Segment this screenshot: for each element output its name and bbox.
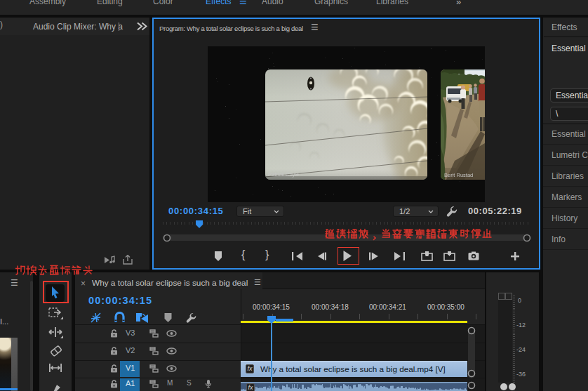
svg-text:Patrick Coyle: Patrick Coyle (268, 171, 299, 178)
svg-text:Berit Rustad: Berit Rustad (444, 172, 473, 178)
